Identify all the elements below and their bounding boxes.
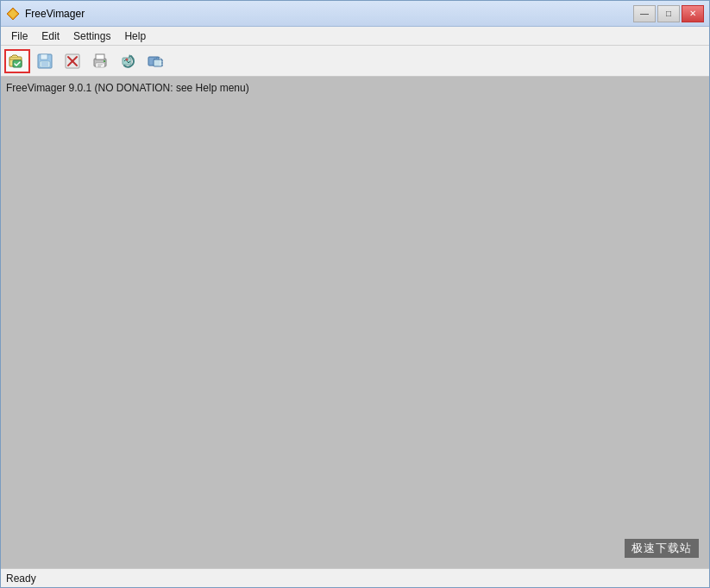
save-button[interactable] bbox=[32, 49, 58, 73]
svg-rect-14 bbox=[104, 60, 105, 62]
resize-icon bbox=[147, 53, 164, 70]
close-file-icon bbox=[64, 53, 81, 70]
rotate-button[interactable] bbox=[115, 49, 141, 73]
title-bar: FreeVimager — □ ✕ bbox=[1, 1, 709, 27]
print-button[interactable] bbox=[87, 49, 113, 73]
menu-help[interactable]: Help bbox=[117, 28, 153, 44]
menu-settings[interactable]: Settings bbox=[66, 28, 117, 44]
title-left: FreeVimager bbox=[6, 7, 85, 21]
close-file-button[interactable] bbox=[60, 49, 85, 73]
menu-bar: File Edit Settings Help bbox=[1, 27, 709, 46]
toolbar bbox=[1, 46, 709, 77]
menu-edit[interactable]: Edit bbox=[35, 28, 66, 44]
menu-file[interactable]: File bbox=[4, 28, 35, 44]
rotate-icon bbox=[119, 53, 136, 70]
app-window: FreeVimager — □ ✕ File Edit Settings Hel… bbox=[0, 0, 710, 588]
status-text: Ready bbox=[6, 572, 36, 585]
title-text: FreeVimager bbox=[25, 8, 85, 20]
minimize-button[interactable]: — bbox=[633, 5, 656, 22]
window-controls: — □ ✕ bbox=[633, 5, 704, 22]
save-icon bbox=[36, 53, 53, 70]
app-icon bbox=[6, 7, 20, 21]
main-area: FreeVimager 9.0.1 (NO DONATION: see Help… bbox=[1, 77, 709, 568]
svg-rect-12 bbox=[96, 54, 104, 59]
svg-rect-20 bbox=[154, 59, 162, 66]
svg-rect-5 bbox=[41, 54, 47, 59]
version-text: FreeVimager 9.0.1 (NO DONATION: see Help… bbox=[6, 82, 249, 94]
close-button[interactable]: ✕ bbox=[682, 5, 704, 22]
svg-rect-7 bbox=[41, 62, 48, 66]
open-icon bbox=[9, 53, 26, 70]
content-wrapper: FreeVimager 9.0.1 (NO DONATION: see Help… bbox=[1, 77, 709, 587]
resize-button[interactable] bbox=[142, 49, 168, 73]
print-icon bbox=[91, 53, 109, 70]
watermark: 极速下载站 bbox=[625, 539, 699, 558]
open-button[interactable] bbox=[4, 49, 30, 73]
svg-point-18 bbox=[126, 58, 129, 60]
maximize-button[interactable]: □ bbox=[657, 5, 680, 22]
status-bar: Ready bbox=[1, 568, 709, 587]
